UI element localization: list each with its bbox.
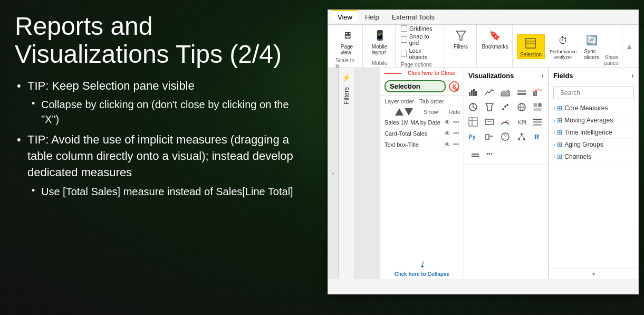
sub-item-2-1: Use [Total Sales] measure instead of Sal… [27,184,306,199]
viz-icon-matrix[interactable] [466,115,480,129]
svg-line-44 [519,135,522,138]
move-down-button[interactable] [405,108,413,116]
viz-icon-combo[interactable] [531,85,544,99]
selection-item-2[interactable]: Card-Total Sales 👁 ••• [380,128,464,139]
snap-to-grid-checkbox[interactable] [401,36,407,43]
filters-label: Filters [454,44,468,50]
viz-icon-python[interactable]: Py [466,130,480,144]
bookmarks-button[interactable]: 🔖 Bookmarks [478,27,511,51]
lock-objects-checkbox[interactable] [401,51,407,57]
more-icon-3[interactable]: ••• [453,141,459,148]
selection-item-2-label: Card-Total Sales [385,130,442,137]
svg-rect-10 [517,90,526,92]
viz-icon-custom1[interactable] [483,130,496,144]
viz-icon-decomp[interactable] [515,130,528,144]
field-group-channels[interactable]: › ⊞ Channels [549,151,638,163]
svg-point-18 [504,106,506,108]
field-group-time-intelligence[interactable]: › ⊞ Time Intelligence [549,127,638,139]
selection-arrows [395,108,413,116]
ribbon-scroll-right[interactable]: ▲ [623,25,635,68]
filters-button[interactable]: Filters [450,27,472,51]
moving-averages-expand-icon: › [553,118,555,123]
viz-icon-qanda[interactable]: ? [498,130,512,144]
svg-marker-0 [456,31,466,40]
selection-item-1[interactable]: Sales 1M MA by Date 👁 ••• [380,117,464,128]
page-view-button[interactable]: 🖥 Pageview [337,27,358,56]
collapse-arrow-icon: ↙ [417,258,428,270]
sub-list-1: Collapse by clicking on (don't close by … [27,97,306,127]
fields-scroll-area: ▼ [549,269,638,279]
collapse-label[interactable]: Click here to Collapse [390,269,454,279]
viz-icon-scatter[interactable] [498,100,512,114]
visibility-icon-2[interactable]: 👁 [444,130,450,137]
viz-icon-kpi[interactable]: KPI [515,115,528,129]
viz-icon-more1[interactable] [468,148,482,162]
viz-icon-treemap[interactable] [531,100,544,114]
filters-icon [454,28,468,43]
ribbon: View Help External Tools 🖥 Pageview Scal… [328,10,638,68]
bullet-text-2: TIP: Avoid the use of implicit measures … [27,133,293,179]
selection-pane-button[interactable]: Selection [517,34,545,59]
search-input[interactable] [560,89,639,97]
left-collapse-button[interactable]: ‹ [328,68,339,279]
bullet-item-1: TIP: Keep Selection pane visible Collaps… [15,78,306,127]
more-icon-2[interactable]: ••• [453,130,459,137]
tab-view[interactable]: View [332,10,358,23]
svg-text:Py: Py [469,134,476,140]
gridlines-checkbox[interactable] [401,25,407,32]
channels-label: Channels [564,153,591,160]
lock-objects-option[interactable]: Lock objects [401,47,439,60]
sync-slicers-label: Sync slicers [584,49,599,60]
viz-expand-button[interactable]: › [541,71,544,80]
filters-vertical-label: Filters [343,87,350,104]
tab-external-tools[interactable]: External Tools [387,11,440,23]
viz-icon-gauge[interactable] [498,115,512,129]
field-group-aging-groups[interactable]: › ⊞ Aging Groups [549,139,638,151]
filter-icon[interactable]: ⚡ [342,73,351,82]
svg-rect-24 [538,103,542,107]
snap-to-grid-option[interactable]: Snap to grid [401,33,439,46]
fields-search-box[interactable] [553,87,634,99]
mobile-layout-button[interactable]: 📱 Mobilelayout [369,27,390,56]
performance-analyzer-button[interactable]: ⏱ Performanceanalyzer [547,32,580,61]
visibility-icon-1[interactable]: 👁 [444,119,450,126]
more-icon-1[interactable]: ••• [453,119,459,126]
time-intelligence-expand-icon: › [553,130,555,136]
viz-icon-bar[interactable] [466,85,480,99]
right-panel: View Help External Tools 🖥 Pageview Scal… [322,0,644,315]
channels-table-icon: ⊞ [557,153,562,160]
field-group-moving-averages[interactable]: › ⊞ Moving Averages [549,114,638,127]
show-panes-label: Show panes [604,53,619,66]
click-close-label: Click here to Close [403,69,459,77]
svg-rect-9 [517,93,526,95]
selection-item-3[interactable]: Text box-Title 👁 ••• [380,139,464,150]
field-group-core-measures[interactable]: › ⊞ Core Measures [549,102,638,114]
viz-icon-stacked-bar[interactable] [515,85,528,99]
viz-icon-r[interactable]: R [531,130,544,144]
viz-icon-card[interactable] [483,115,496,129]
svg-rect-37 [486,135,489,139]
tab-help[interactable]: Help [360,11,385,23]
viz-icon-pie[interactable] [466,100,480,114]
fields-expand-button[interactable]: › [631,71,634,80]
sync-slicers-button[interactable]: 🔄 Sync slicers [582,32,602,61]
selection-pane-icon [523,36,538,51]
powerbi-screenshot: View Help External Tools 🖥 Pageview Scal… [328,9,639,294]
move-up-button[interactable] [395,108,403,116]
ribbon-group-page-options: Gridlines Snap to grid Lock objects Page… [397,25,444,68]
viz-icon-slicer[interactable] [531,115,544,129]
svg-marker-16 [486,103,493,111]
bullet-item-2: TIP: Avoid the use of implicit measures … [15,132,306,198]
hide-label: Hide [449,109,461,115]
svg-rect-12 [535,91,537,96]
viz-icon-funnel[interactable] [483,100,496,114]
viz-icon-line[interactable] [483,85,496,99]
viz-icon-area[interactable] [498,85,512,99]
viz-icon-map[interactable] [515,100,528,114]
bullet-list: TIP: Keep Selection pane visible Collaps… [15,78,306,199]
content-area: Reports and Visualizations Tips (2/4) TI… [0,0,644,315]
gridlines-option[interactable]: Gridlines [401,25,439,32]
visibility-icon-3[interactable]: 👁 [444,141,450,148]
svg-point-19 [506,104,508,106]
sync-slicers-icon: 🔄 [584,33,599,47]
